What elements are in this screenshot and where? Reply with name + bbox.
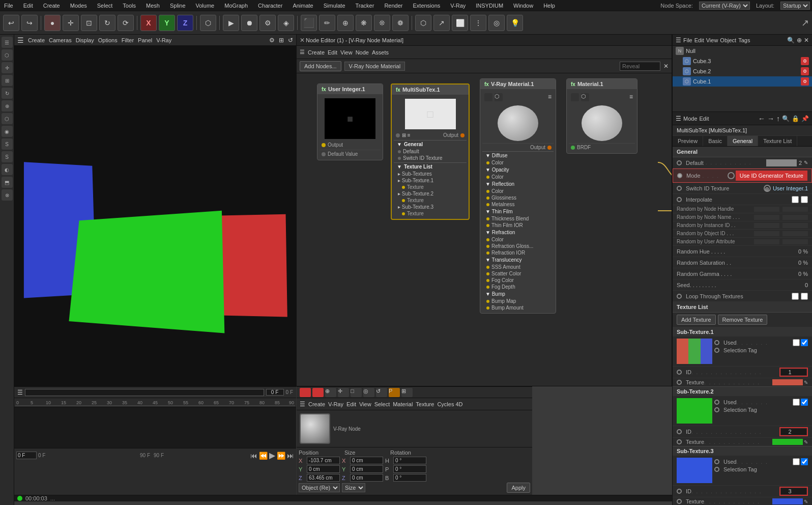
menu-create[interactable]: Create	[41, 2, 62, 10]
subtex1-id-input[interactable]	[781, 369, 806, 375]
random-instance-bar[interactable]	[754, 223, 779, 228]
z-axis-btn[interactable]: Z	[177, 15, 193, 31]
random-user-bar[interactable]	[754, 239, 779, 244]
select2-btn[interactable]: ⬜	[452, 15, 468, 31]
subtex2-edit-icon[interactable]: ✎	[804, 439, 808, 445]
viewport-vray-menu[interactable]: V-Ray	[156, 37, 171, 43]
size-mode-select[interactable]: Size	[342, 483, 365, 492]
camera-btn[interactable]: ⬡	[415, 15, 431, 31]
sidebar-tool11-icon[interactable]: ⊗	[2, 189, 13, 201]
nav-back-icon[interactable]: ←	[758, 115, 765, 123]
play-mode-btn[interactable]: P	[389, 388, 400, 397]
right-panel-menu-icon[interactable]: ☰	[676, 37, 681, 44]
loop-cb1[interactable]	[792, 293, 799, 300]
light-btn[interactable]: 💡	[507, 15, 523, 31]
subtex2-used-cb2[interactable]	[801, 399, 808, 406]
nav-fwd-icon[interactable]: →	[767, 115, 774, 123]
subtex3-used-cb[interactable]	[793, 458, 800, 465]
node-editor-menu-icon[interactable]: ☰	[300, 49, 305, 55]
mode-checkbox[interactable]	[728, 172, 735, 179]
viewport-cameras-menu[interactable]: Cameras	[49, 37, 72, 43]
tree-item-cube1[interactable]: ⬡ Cube.1 ⚙	[673, 76, 812, 87]
default-color-swatch[interactable]	[766, 159, 797, 166]
viewport-icon1[interactable]: ⚙	[269, 37, 275, 44]
menu-select[interactable]: Select	[95, 2, 115, 10]
settings-btn[interactable]: ⚙	[259, 15, 276, 31]
subtex2-id-input[interactable]	[781, 429, 806, 435]
magnet-btn[interactable]: ◎	[488, 15, 505, 31]
vray-menu-icon[interactable]: ≡	[548, 93, 552, 101]
mode-radio[interactable]	[677, 173, 682, 178]
vray-material-node[interactable]: fx V-Ray Material.1 ⬡ ≡	[480, 78, 556, 314]
new-cube-btn[interactable]: ⬛	[301, 15, 317, 31]
default-radio[interactable]	[677, 160, 682, 165]
vray-btn1[interactable]	[484, 93, 492, 101]
b-rot-input[interactable]	[393, 474, 426, 482]
sidebar-tool1-icon[interactable]: ✛	[2, 62, 13, 73]
interpolate-cb2[interactable]	[801, 196, 808, 203]
edit-icon[interactable]: ✎	[804, 160, 808, 165]
sidebar-tool8-icon[interactable]: S	[2, 151, 13, 162]
subtex3-tex-radio[interactable]	[677, 499, 682, 504]
reveal-input[interactable]	[620, 62, 660, 71]
subtex1-tex-swatch[interactable]	[772, 379, 803, 385]
bottom-menu-icon[interactable]: ☰	[300, 401, 305, 408]
add-nodes-btn[interactable]: Add Nodes...	[300, 61, 341, 71]
menu-volume[interactable]: Volume	[194, 2, 217, 10]
x-pos-input[interactable]	[307, 457, 340, 464]
play-clip-btn[interactable]: ▶	[223, 15, 239, 31]
viewport-filter-menu[interactable]: Filter	[122, 37, 134, 43]
z-pos-input[interactable]	[307, 474, 340, 482]
sidebar-tool5-icon[interactable]: ⬡	[2, 113, 13, 124]
menu-vray[interactable]: V-Ray	[448, 2, 468, 10]
node-editor-close-icon[interactable]: ✕	[300, 37, 305, 44]
y-axis-btn[interactable]: Y	[159, 15, 175, 31]
mat-preview-thumb[interactable]	[300, 413, 330, 444]
interpolate-cb1[interactable]	[792, 196, 799, 203]
mode-value-box[interactable]: Use ID Generator Texture	[736, 171, 807, 181]
right-file-menu[interactable]: File	[683, 37, 692, 43]
subtex3-edit-icon[interactable]: ✎	[804, 499, 808, 504]
redo-btn[interactable]: ↪	[21, 15, 38, 31]
menu-mograph[interactable]: MoGraph	[222, 2, 250, 10]
subtex3-used-radio[interactable]	[714, 459, 719, 464]
sidebar-tool2-icon[interactable]: ⊞	[2, 75, 13, 86]
p-rot-input[interactable]	[393, 465, 426, 473]
subtex3-id-input[interactable]	[781, 488, 806, 494]
random-user-bar2[interactable]	[782, 239, 808, 244]
node-create-menu[interactable]: Create	[308, 49, 325, 55]
object2-btn[interactable]: ❋	[356, 15, 372, 31]
subtex1-seltag-radio[interactable]	[714, 348, 719, 353]
y-pos-input[interactable]	[307, 465, 340, 473]
bottom-vray-menu[interactable]: V-Ray	[328, 401, 343, 407]
anim-btn[interactable]: ◈	[278, 15, 294, 31]
bottom-texture-menu[interactable]: Texture	[416, 401, 434, 407]
node-space-select[interactable]: Current (V-Ray)	[699, 2, 750, 10]
scale-tool[interactable]: ⊡	[81, 15, 97, 31]
subtex1-id-radio[interactable]	[677, 370, 682, 375]
right-icon1[interactable]: 🔍	[787, 37, 795, 44]
sidebar-tool6-icon[interactable]: ◉	[2, 126, 13, 137]
menu-tracker[interactable]: Tracker	[354, 2, 376, 10]
subtex1-edit-icon[interactable]: ✎	[804, 380, 808, 385]
menu-file[interactable]: File	[2, 2, 15, 10]
menu-simulate[interactable]: Simulate	[322, 2, 347, 10]
sidebar-tool7-icon[interactable]: S	[2, 138, 13, 150]
cube2-tag[interactable]: ⚙	[801, 67, 809, 75]
menu-character[interactable]: Character	[256, 2, 284, 10]
play-last-btn[interactable]: ⏭	[287, 452, 294, 460]
bottom-create-menu[interactable]: Create	[308, 401, 325, 407]
mat1-btn2[interactable]: ⬡	[581, 93, 589, 101]
rotate-tool[interactable]: ↻	[99, 15, 115, 31]
record-sel-btn[interactable]: ⊕	[325, 388, 336, 397]
nav-up-icon[interactable]: ↑	[776, 115, 780, 123]
cube3-tag[interactable]: ⚙	[801, 57, 809, 65]
viewport-menu-icon[interactable]: ☰	[17, 36, 24, 44]
layout-select[interactable]: Startup	[780, 2, 810, 10]
bottom-select-menu[interactable]: Select	[374, 401, 390, 407]
subtex2-used-cb[interactable]	[793, 399, 800, 406]
viewport-view-menu[interactable]: Create	[28, 37, 45, 43]
sidebar-tool3-icon[interactable]: ↻	[2, 88, 13, 99]
menu-spline[interactable]: Spline	[168, 2, 188, 10]
select-key-btn[interactable]: □	[351, 388, 362, 397]
